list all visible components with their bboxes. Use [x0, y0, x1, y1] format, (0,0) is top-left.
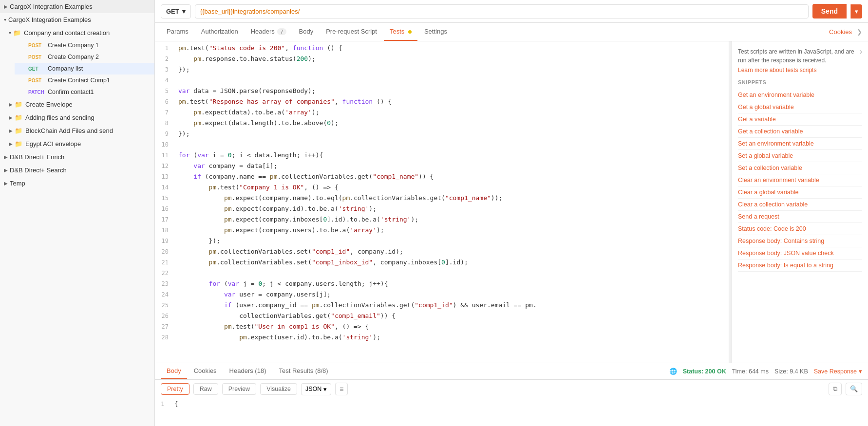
- sidebar-item-dnb-enrich[interactable]: ▶ D&B Direct+ Enrich: [0, 150, 154, 164]
- sidebar-item-temp[interactable]: ▶ Temp: [0, 177, 154, 190]
- code-content[interactable]: pm.expect(user.id).to.be.a('string');: [174, 333, 729, 342]
- resp-tab-cookies[interactable]: Cookies: [188, 363, 223, 379]
- format-raw-button[interactable]: Raw: [193, 383, 218, 395]
- resp-tab-body[interactable]: Body: [161, 363, 187, 379]
- resp-tab-headers[interactable]: Headers (18): [224, 363, 272, 379]
- tab-body[interactable]: Body: [293, 23, 320, 41]
- code-content[interactable]: [174, 140, 729, 149]
- save-response-button[interactable]: Save Response ▾: [814, 368, 862, 375]
- code-content[interactable]: pm.expect(company.users).to.be.a('array'…: [174, 225, 729, 235]
- tab-tests[interactable]: Tests: [384, 23, 417, 41]
- sidebar-root1[interactable]: ▶ CargoX Integration Examples: [0, 0, 154, 13]
- snippet-item[interactable]: Set a global variable: [738, 150, 862, 162]
- snippets-learn-link[interactable]: Learn more about tests scripts: [738, 67, 862, 74]
- code-content[interactable]: pm.test("Company 1 is OK", () => {: [174, 183, 729, 192]
- snippet-item[interactable]: Get a collection variable: [738, 126, 862, 138]
- sidebar-group-company-header[interactable]: ▾ 📁 Company and contact creation: [5, 26, 154, 39]
- snippet-item[interactable]: Set an environment variable: [738, 138, 862, 150]
- url-input[interactable]: [195, 4, 809, 19]
- snippet-item[interactable]: Set a collection variable: [738, 162, 862, 174]
- sidebar-group-envelope-header[interactable]: ▶ 📁 Create Envelope: [5, 98, 154, 111]
- code-content[interactable]: pm.collectionVariables.set("comp1_id", c…: [174, 247, 729, 257]
- code-line-23: 23 for (var j = 0; j < company.users.len…: [155, 279, 729, 290]
- code-content[interactable]: pm.expect(data).to.be.a('array');: [174, 108, 729, 117]
- code-content[interactable]: [174, 268, 729, 278]
- code-content[interactable]: pm.test("User in comp1 is OK", () => {: [174, 322, 729, 332]
- code-content[interactable]: pm.response.to.have.status(200);: [174, 54, 729, 64]
- sidebar-item-dnb-search[interactable]: ▶ D&B Direct+ Search: [0, 164, 154, 177]
- tab-settings[interactable]: Settings: [418, 23, 453, 41]
- sidebar-group-egypt: ▶ 📁 Egypt ACI envelope: [0, 137, 154, 150]
- code-content[interactable]: var user = company.users[j];: [174, 290, 729, 299]
- chevron-right-icon5: ▶: [9, 141, 13, 147]
- sidebar-item-create-company1[interactable]: POST Create Company 1: [15, 39, 154, 51]
- method-dropdown-icon: ▾: [182, 8, 186, 15]
- sidebar-group-envelope-label: Create Envelope: [25, 101, 73, 108]
- response-body-toolbar: Pretty Raw Preview Visualize JSON ▾ ≡ ⧉ …: [155, 380, 868, 398]
- sidebar-item-create-company2[interactable]: POST Create Company 2: [15, 51, 154, 63]
- tab-headers[interactable]: Headers 7: [245, 23, 292, 41]
- sidebar-group-files-header[interactable]: ▶ 📁 Adding files and sending: [5, 111, 154, 124]
- word-wrap-button[interactable]: ≡: [335, 383, 348, 395]
- send-dropdown-button[interactable]: ▾: [850, 4, 862, 19]
- save-response-chevron: ▾: [859, 368, 862, 375]
- sidebar-item-create-contact[interactable]: POST Create Contact Comp1: [15, 74, 154, 86]
- line-number: 25: [155, 300, 174, 310]
- snippet-item[interactable]: Clear a collection variable: [738, 199, 862, 211]
- send-button[interactable]: Send: [812, 4, 847, 19]
- snippets-panel: Test scripts are written in JavaScript, …: [732, 41, 868, 363]
- code-content[interactable]: pm.test("Status code is 200", function (…: [174, 43, 729, 53]
- snippet-item[interactable]: Status code: Code is 200: [738, 223, 862, 235]
- snippet-item[interactable]: Response body: Is equal to a string: [738, 259, 862, 272]
- code-content[interactable]: });: [174, 129, 729, 139]
- sidebar-group-blockchain-header[interactable]: ▶ 📁 BlockChain Add Files and send: [5, 124, 154, 137]
- copy-button[interactable]: ⧉: [829, 383, 842, 395]
- snippet-item[interactable]: Send a request: [738, 211, 862, 223]
- tests-dot: [408, 30, 412, 34]
- resp-tab-test-results[interactable]: Test Results (8/8): [273, 363, 334, 379]
- sidebar-root2[interactable]: ▾ CargoX Integration Examples: [0, 13, 154, 26]
- search-response-button[interactable]: 🔍: [846, 383, 862, 395]
- snippet-item[interactable]: Clear an environment variable: [738, 174, 862, 186]
- sidebar-item-confirm-contact-label: Confirm contact1: [48, 89, 94, 95]
- main-area: GET ▾ Send ▾ Params Authorization Header…: [155, 0, 868, 426]
- snippet-item[interactable]: Clear a global variable: [738, 186, 862, 199]
- code-content[interactable]: for (var j = 0; j < company.users.length…: [174, 279, 729, 289]
- snippet-item[interactable]: Get a global variable: [738, 101, 862, 113]
- json-format-select[interactable]: JSON ▾: [301, 383, 331, 395]
- sidebar-group-files: ▶ 📁 Adding files and sending: [0, 111, 154, 124]
- code-content[interactable]: [174, 75, 729, 85]
- code-content[interactable]: if (company.name == pm.collectionVariabl…: [174, 172, 729, 182]
- format-visualize-button[interactable]: Visualize: [260, 383, 297, 395]
- tab-params[interactable]: Params: [161, 23, 194, 41]
- method-select[interactable]: GET ▾: [161, 4, 191, 19]
- snippets-close-icon[interactable]: ›: [860, 47, 862, 56]
- code-content[interactable]: if (user.company_id == pm.collectionVari…: [174, 300, 729, 310]
- method-post-badge: POST: [28, 43, 45, 48]
- sidebar-item-company-list[interactable]: GET Company list: [15, 63, 154, 74]
- code-content[interactable]: });: [174, 65, 729, 74]
- code-content[interactable]: for (var i = 0; i < data.length; i++){: [174, 150, 729, 160]
- code-content[interactable]: pm.collectionVariables.set("comp1_inbox_…: [174, 258, 729, 267]
- snippet-item[interactable]: Response body: JSON value check: [738, 247, 862, 259]
- code-editor[interactable]: 1pm.test("Status code is 200", function …: [155, 41, 729, 363]
- sidebar-item-confirm-contact[interactable]: PATCH Confirm contact1: [15, 86, 154, 98]
- code-content[interactable]: pm.expect(company.name).to.eql(pm.collec…: [174, 193, 729, 203]
- format-preview-button[interactable]: Preview: [222, 383, 256, 395]
- code-content[interactable]: var company = data[i];: [174, 161, 729, 171]
- tab-prerequest[interactable]: Pre-request Script: [320, 23, 383, 41]
- sidebar-group-egypt-header[interactable]: ▶ 📁 Egypt ACI envelope: [5, 137, 154, 150]
- cookies-button[interactable]: Cookies: [829, 28, 852, 36]
- format-pretty-button[interactable]: Pretty: [161, 383, 189, 395]
- snippet-item[interactable]: Response body: Contains string: [738, 235, 862, 247]
- snippet-item[interactable]: Get an environment variable: [738, 89, 862, 101]
- code-content[interactable]: collectionVariables.get("comp1_email")) …: [174, 311, 729, 321]
- tab-authorization[interactable]: Authorization: [195, 23, 244, 41]
- code-content[interactable]: pm.test("Response has array of companies…: [174, 97, 729, 107]
- code-content[interactable]: });: [174, 236, 729, 246]
- code-content[interactable]: var data = JSON.parse(responseBody);: [174, 86, 729, 96]
- code-content[interactable]: pm.expect(company.inboxes[0].id).to.be.a…: [174, 215, 729, 224]
- code-content[interactable]: pm.expect(data.length).to.be.above(0);: [174, 118, 729, 128]
- code-content[interactable]: pm.expect(company.id).to.be.a('string');: [174, 204, 729, 214]
- snippet-item[interactable]: Get a variable: [738, 113, 862, 126]
